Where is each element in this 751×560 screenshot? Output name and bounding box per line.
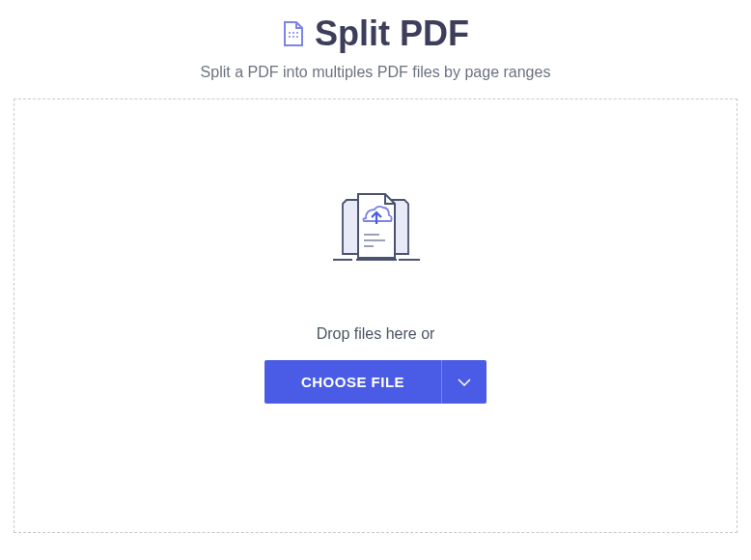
choose-file-dropdown-button[interactable] [441,360,487,404]
drop-text: Drop files here or [317,325,435,343]
page-subtitle: Split a PDF into multiples PDF files by … [0,64,751,81]
page-title: Split PDF [315,14,469,54]
button-group: CHOOSE FILE [264,360,487,404]
choose-file-button[interactable]: CHOOSE FILE [264,360,441,404]
upload-illustration-icon [327,190,424,267]
file-dropzone[interactable]: Drop files here or CHOOSE FILE [14,98,737,533]
title-row: Split PDF [0,14,751,54]
header: Split PDF Split a PDF into multiples PDF… [0,14,751,81]
document-icon [282,20,305,47]
page-container: Split PDF Split a PDF into multiples PDF… [0,0,751,533]
chevron-down-icon [458,375,471,389]
